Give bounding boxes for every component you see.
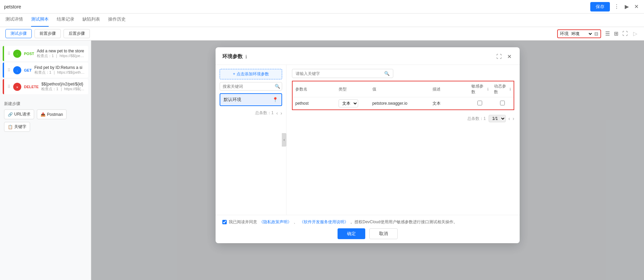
modal-footer: 我已阅读并同意 《隐私政策声明》 、 《软件开发服务使用说明》 。授权DevCl… bbox=[216, 215, 520, 243]
params-prev-button[interactable]: ‹ bbox=[509, 116, 510, 121]
add-env-button[interactable]: + 点击添加环境参数 bbox=[220, 69, 282, 79]
keyword-icon: 📋 bbox=[8, 125, 13, 129]
filter-icon[interactable]: ⊟ bbox=[594, 31, 598, 36]
modal-info-icon[interactable]: ℹ bbox=[245, 54, 247, 59]
test-step-button[interactable]: 测试步骤 bbox=[5, 29, 32, 38]
expand-icon[interactable]: ⛶ bbox=[621, 30, 629, 37]
collapse-handle[interactable]: ‹ bbox=[282, 133, 287, 147]
tab-test-detail[interactable]: 测试详情 bbox=[5, 14, 23, 27]
agree-checkbox[interactable] bbox=[222, 220, 227, 224]
privacy-link[interactable]: 《隐私政策声明》 bbox=[259, 219, 292, 225]
step-item[interactable]: ⠿ ↓ GET Find pet by ID:Returns a si 检查点：… bbox=[3, 62, 88, 78]
service-link[interactable]: 《软件开发服务使用说明》 bbox=[300, 219, 348, 225]
env-content-search: 🔍 bbox=[292, 69, 393, 78]
app-title: petstore bbox=[4, 4, 21, 9]
param-value-input[interactable] bbox=[372, 101, 427, 106]
th-type: 类型 bbox=[336, 81, 370, 97]
env-search-input[interactable] bbox=[223, 84, 273, 89]
more-icon[interactable]: ⋮ bbox=[613, 3, 621, 10]
tab-operation-history[interactable]: 操作历史 bbox=[108, 14, 126, 27]
dynamic-info-icon[interactable]: ℹ bbox=[510, 87, 511, 92]
params-next-button[interactable]: › bbox=[513, 116, 514, 121]
params-table-footer: 总条数：1 1/1 ‹ › bbox=[292, 113, 514, 124]
env-content: 🔍 参数名 类型 bbox=[287, 65, 520, 215]
top-bar-right: 保存 ⋮ ▶ ✕ bbox=[590, 2, 640, 11]
svg-text:✕: ✕ bbox=[16, 86, 18, 88]
new-step-section: 新建步骤 🔗 URL请求 📤 Postman 📋 关键字 bbox=[0, 96, 91, 134]
step-toolbar-right: 环境 环境 默认环境 ⊟ ☰ ⊞ ⛶ ▷ bbox=[557, 29, 639, 38]
sensitive-info-icon[interactable]: ℹ bbox=[487, 87, 489, 92]
param-type-cell: 文本 数字 布尔 bbox=[336, 97, 370, 110]
svg-text:↓: ↓ bbox=[17, 70, 18, 72]
grid-icon[interactable]: ⊞ bbox=[613, 30, 620, 37]
steps-panel: ⠿ ↑ POST Add a new pet to the store 检查点：… bbox=[0, 41, 91, 280]
step-subtitle: 检查点：1 ｜ https://$${pethost}/... bbox=[34, 70, 85, 75]
env-dropdown[interactable]: 环境 默认环境 bbox=[570, 31, 593, 36]
keyword-button[interactable]: 📋 关键字 bbox=[4, 122, 30, 132]
th-value: 值 bbox=[370, 81, 430, 97]
env-list-item[interactable]: 默认环境 📍 bbox=[220, 93, 282, 106]
svg-text:↑: ↑ bbox=[17, 53, 18, 55]
post-step-button[interactable]: 后置步骤 bbox=[64, 29, 90, 38]
modal-title: 环境参数 bbox=[222, 53, 243, 60]
play-icon[interactable]: ▶ bbox=[623, 3, 630, 10]
drag-handle[interactable]: ⠿ bbox=[7, 68, 10, 73]
search-icon: 🔍 bbox=[275, 84, 280, 89]
param-value-cell bbox=[370, 97, 430, 110]
env-prev-button[interactable]: ‹ bbox=[276, 110, 278, 116]
save-button[interactable]: 保存 bbox=[590, 2, 610, 11]
delete-icon: ✕ bbox=[13, 83, 21, 91]
tab-defect-list[interactable]: 缺陷列表 bbox=[82, 14, 100, 27]
tab-result-log[interactable]: 结果记录 bbox=[57, 14, 74, 27]
disabled-btn: ▷ bbox=[632, 30, 639, 37]
close-icon[interactable]: ✕ bbox=[633, 3, 640, 10]
dynamic-checkbox[interactable] bbox=[500, 101, 505, 105]
modal-body: + 点击添加环境参数 🔍 默认环境 📍 总条数：1 ‹ › bbox=[216, 65, 520, 215]
env-next-button[interactable]: › bbox=[280, 110, 282, 116]
method-label-delete: DELETE bbox=[24, 85, 39, 89]
param-desc-input[interactable] bbox=[432, 101, 466, 106]
step-subtitle: 检查点：1 ｜ https://$${pethost}/... bbox=[37, 53, 85, 58]
tab-bar: 测试详情 测试脚本 结果记录 缺陷列表 操作历史 bbox=[0, 14, 644, 27]
step-info: Find pet by ID:Returns a si 检查点：1 ｜ http… bbox=[34, 65, 85, 75]
th-dynamic: 动态参数 ℹ bbox=[491, 81, 514, 97]
env-content-search-input[interactable] bbox=[296, 71, 382, 76]
postman-button[interactable]: 📤 Postman bbox=[37, 109, 67, 119]
env-pagination: 总条数：1 ‹ › bbox=[220, 110, 282, 116]
param-name-input[interactable] bbox=[295, 101, 333, 106]
modal-header: 环境参数 ℹ ⛶ ✕ bbox=[216, 47, 520, 65]
method-label-get: GET bbox=[24, 68, 32, 72]
step-item[interactable]: ⠿ ↑ POST Add a new pet to the store 检查点：… bbox=[3, 46, 88, 61]
link-icon: 🔗 bbox=[8, 112, 13, 117]
param-desc-cell bbox=[430, 97, 469, 110]
drag-handle[interactable]: ⠿ bbox=[7, 51, 10, 56]
top-bar: petstore 保存 ⋮ ▶ ✕ bbox=[0, 0, 644, 14]
step-subtitle: 检查点：1 ｜ https://$${pethost}/... bbox=[41, 86, 85, 92]
param-type-select[interactable]: 文本 数字 布尔 bbox=[339, 99, 358, 107]
modal-expand-button[interactable]: ⛶ bbox=[495, 53, 503, 60]
confirm-button[interactable]: 确定 bbox=[338, 228, 365, 239]
pagination-select[interactable]: 1/1 bbox=[489, 115, 506, 122]
url-request-button[interactable]: 🔗 URL请求 bbox=[4, 109, 34, 119]
content-search-icon: 🔍 bbox=[384, 71, 390, 76]
tab-test-script[interactable]: 测试脚本 bbox=[31, 14, 49, 27]
modal-close-button[interactable]: ✕ bbox=[506, 53, 513, 60]
params-total: 总条数：1 bbox=[467, 116, 486, 122]
step-title: $${pethost}/v2/pet/${id} bbox=[41, 82, 85, 86]
param-name-cell bbox=[292, 97, 336, 110]
sensitive-checkbox[interactable] bbox=[477, 101, 482, 105]
params-table: 参数名 类型 值 描述 bbox=[292, 81, 514, 110]
step-item[interactable]: ⠿ ✕ DELETE $${pethost}/v2/pet/${id} 检查点：… bbox=[3, 79, 88, 94]
new-step-label: 新建步骤 bbox=[4, 101, 87, 107]
main-area: ⠿ ↑ POST Add a new pet to the store 检查点：… bbox=[0, 41, 644, 280]
env-label: 环境 bbox=[560, 31, 569, 37]
pre-step-button[interactable]: 前置步骤 bbox=[34, 29, 61, 38]
new-step-actions: 🔗 URL请求 📤 Postman 📋 关键字 bbox=[4, 109, 87, 132]
drag-handle[interactable]: ⠿ bbox=[7, 84, 10, 89]
post-icon: ↑ bbox=[13, 50, 21, 58]
postman-icon: 📤 bbox=[41, 112, 46, 117]
step-toolbar-left: 测试步骤 前置步骤 后置步骤 bbox=[5, 29, 90, 38]
list-icon[interactable]: ☰ bbox=[604, 30, 611, 37]
env-select-box: 环境 环境 默认环境 ⊟ bbox=[557, 29, 601, 38]
cancel-button[interactable]: 取消 bbox=[369, 228, 398, 239]
